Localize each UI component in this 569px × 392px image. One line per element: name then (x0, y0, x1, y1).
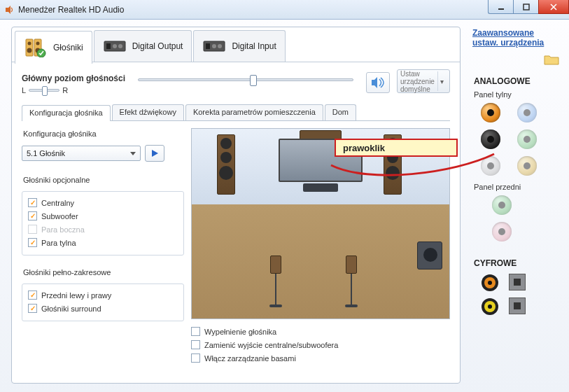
svg-point-6 (27, 48, 32, 53)
balance-track[interactable] (29, 89, 59, 92)
jack-rear-black[interactable] (481, 130, 500, 149)
svg-point-19 (488, 281, 492, 285)
chk-label: Para tylna (41, 239, 76, 247)
jack-rear-orange[interactable] (481, 103, 500, 122)
digital-in-icon (202, 36, 226, 57)
fullrange-label: Głośniki pełno-zakresowe (23, 268, 184, 276)
svg-point-16 (218, 44, 222, 48)
svg-rect-10 (106, 43, 111, 49)
tab-label: Głośniki (53, 43, 83, 52)
subtab-config[interactable]: Konfiguracja głośnika (22, 105, 111, 121)
svg-point-15 (212, 44, 216, 48)
app-icon (4, 5, 14, 15)
chk-label: Głośniki surround (41, 304, 101, 313)
digital-out-icon (103, 36, 127, 57)
chk-label: Centralny (41, 199, 74, 207)
speakers-icon (24, 37, 48, 58)
chk-bass-management[interactable]: Włącz zarządzanie basami (191, 351, 450, 365)
speaker-config-label: Konfiguracja głośnika (23, 130, 184, 138)
digital-toslink-2[interactable] (509, 298, 526, 314)
digital-toslink-1[interactable] (509, 274, 526, 290)
subtab-room-correction[interactable]: Korekta parametrów pomieszczenia (185, 104, 323, 120)
set-default-device-button[interactable]: Ustaw urządzenie domyślne ▾ (397, 69, 450, 93)
svg-point-4 (28, 42, 31, 46)
stage-rear-right (344, 255, 358, 312)
tab-label: Digital Input (232, 41, 276, 51)
side-panel: Zaawansowane ustaw. urządzenia ANALOGOWE… (472, 28, 562, 384)
jack-rear-gold[interactable] (517, 156, 537, 176)
combo-value: 5.1 Głośnik (27, 149, 65, 158)
front-panel-label: Panel przedni (474, 183, 521, 191)
chk-label: Subwoofer (41, 212, 78, 220)
speaker-config-combo[interactable]: 5.1 Głośnik (22, 146, 141, 161)
chk-front-lr[interactable]: ✓Przedni lewy i prawy (28, 288, 178, 302)
test-play-button[interactable] (145, 145, 164, 162)
rear-jack-grid (481, 103, 541, 176)
default-line2: urządzenie (400, 78, 435, 85)
close-button[interactable] (538, 0, 569, 14)
advanced-settings-link[interactable]: Zaawansowane ustaw. urządzenia (472, 28, 562, 48)
balance-control[interactable]: L R (22, 86, 125, 94)
annotation-callout: prawoklik (335, 139, 458, 157)
chk-label: Włącz zarządzanie basami (204, 354, 296, 363)
folder-icon[interactable] (544, 54, 559, 68)
speaker-subtabs: Konfiguracja głośnika Efekt dźwiękowy Ko… (22, 104, 450, 121)
jack-rear-green[interactable] (517, 130, 537, 149)
subtab-sound-effect[interactable]: Efekt dźwiękowy (112, 104, 184, 120)
svg-point-22 (488, 304, 492, 309)
chk-rear-pair[interactable]: ✓Para tylna (28, 236, 178, 249)
tab-digital-output[interactable]: Digital Output (94, 30, 192, 62)
fullrange-group: ✓Przedni lewy i prawy ✓Głośniki surround (22, 284, 184, 321)
minimize-button[interactable] (488, 0, 513, 14)
balance-left-char: L (22, 86, 26, 94)
digital-optical-orange[interactable] (481, 274, 499, 292)
titlebar: Menedżer Realtek HD Audio (0, 0, 569, 20)
svg-rect-14 (206, 43, 210, 49)
chk-subwoofer[interactable]: ✓Subwoofer (28, 209, 178, 223)
chk-speaker-fill[interactable]: Wypełnienie głośnika (191, 325, 450, 338)
volume-row: Główny poziom głośności L R Ustaw urządz… (12, 62, 460, 100)
chk-swap-center-sub[interactable]: Zamienić wyjście centralne/subwoofera (191, 338, 450, 351)
rear-panel-label: Panel tylny (474, 90, 512, 99)
chevron-down-icon: ▾ (437, 71, 447, 91)
jack-rear-grey[interactable] (481, 156, 500, 176)
volume-label: Główny poziom głośności (22, 74, 125, 83)
maximize-button[interactable] (513, 0, 538, 14)
default-line1: Ustaw (400, 70, 435, 78)
digital-title: CYFROWE (474, 258, 517, 268)
device-tabs: Głośniki Digital Output Digital Input (12, 27, 460, 62)
svg-point-11 (113, 44, 117, 48)
chk-central[interactable]: ✓Centralny (28, 196, 178, 209)
bottom-options: Wypełnienie głośnika Zamienić wyjście ce… (191, 325, 450, 365)
tab-speakers[interactable]: Głośniki (15, 31, 92, 64)
subtab-home[interactable]: Dom (325, 104, 356, 120)
jack-front-green[interactable] (492, 195, 512, 215)
window-title: Menedżer Realtek HD Audio (18, 5, 124, 15)
volume-mute-button[interactable] (366, 72, 390, 93)
stage-subwoofer (417, 241, 442, 270)
optional-speakers-group: ✓Centralny ✓Subwoofer Para boczna ✓Para … (22, 191, 184, 255)
svg-point-5 (36, 42, 40, 46)
balance-right-char: R (62, 86, 68, 94)
stage-rear-left (269, 255, 283, 312)
tab-digital-input[interactable]: Digital Input (193, 30, 285, 62)
chk-label: Przedni lewy i prawy (41, 291, 111, 300)
chk-label: Para boczna (41, 225, 85, 234)
chk-label: Zamienić wyjście centralne/subwoofera (204, 341, 338, 349)
chk-label: Wypełnienie głośnika (204, 328, 276, 336)
annotation-text: prawoklik (343, 143, 385, 153)
tab-label: Digital Output (132, 41, 183, 51)
jack-front-pink[interactable] (492, 222, 512, 241)
jack-rear-blue[interactable] (517, 103, 537, 122)
main-panel: Głośniki Digital Output Digital Input Gł… (11, 27, 461, 384)
digital-optical-yellow[interactable] (481, 298, 499, 316)
chk-surround[interactable]: ✓Głośniki surround (28, 302, 178, 315)
svg-rect-0 (498, 8, 504, 10)
volume-slider[interactable] (138, 78, 353, 81)
default-line3: domyślne (400, 85, 435, 93)
analog-title: ANALOGOWE (474, 76, 531, 86)
chk-side-pair: Para boczna (28, 223, 178, 236)
svg-point-12 (118, 44, 122, 48)
svg-rect-1 (524, 4, 529, 10)
window-controls (488, 0, 569, 14)
